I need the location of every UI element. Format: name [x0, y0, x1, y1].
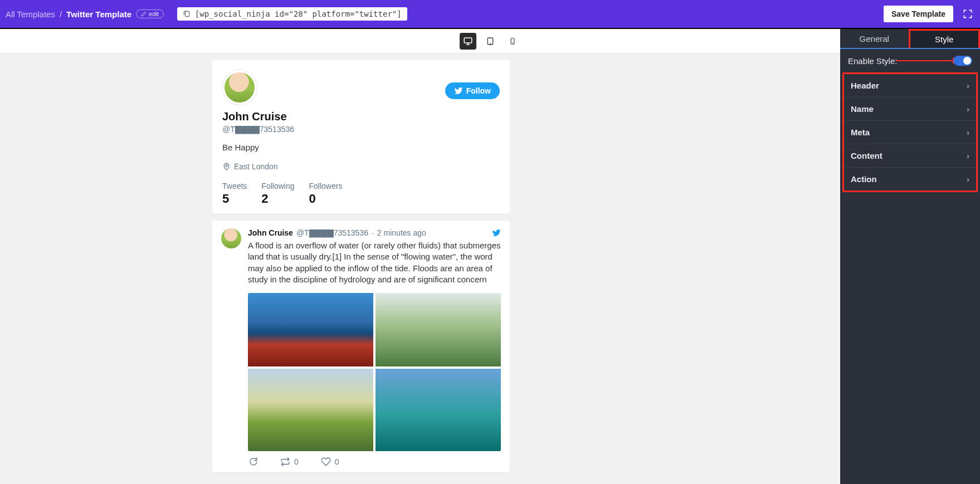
svg-point-6: [226, 165, 227, 167]
tweet-author-name: John Cruise: [248, 228, 293, 237]
svg-point-5: [512, 43, 513, 43]
enable-style-toggle[interactable]: [953, 56, 972, 66]
section-meta[interactable]: Meta ›: [844, 121, 976, 144]
profile-bio: Be Happy: [222, 143, 500, 152]
chevron-right-icon: ›: [967, 104, 969, 114]
location-icon: [222, 163, 231, 171]
section-name[interactable]: Name ›: [844, 97, 976, 121]
retweet-button[interactable]: 0: [280, 457, 299, 467]
stat-following: Following 2: [261, 182, 294, 206]
device-desktop-button[interactable]: [460, 33, 476, 50]
stat-tweets-value: 5: [222, 192, 247, 206]
section-content[interactable]: Content ›: [844, 144, 976, 168]
stat-following-label: Following: [261, 182, 294, 190]
tweet-author-handle: @T▇▇▇▇73513536: [296, 228, 368, 237]
fullscreen-button[interactable]: [961, 7, 974, 21]
breadcrumb-current: Twitter Template: [66, 9, 131, 19]
section-label: Action: [851, 174, 877, 184]
pencil-icon: [141, 11, 147, 17]
section-label: Content: [851, 151, 883, 160]
chevron-right-icon: ›: [967, 81, 969, 90]
enable-style-label: Enable Style:: [848, 56, 897, 66]
stat-following-value: 2: [261, 192, 294, 206]
stat-followers: Followers 0: [309, 182, 343, 206]
shortcode-text: [wp_social_ninja id="28" platform="twitt…: [195, 9, 402, 18]
twitter-icon: [492, 228, 501, 237]
tab-style[interactable]: Style: [909, 29, 981, 48]
tab-general[interactable]: General: [840, 29, 909, 48]
svg-rect-1: [464, 38, 472, 43]
edit-label: edit: [149, 11, 159, 17]
twitter-icon: [454, 86, 463, 95]
chevron-right-icon: ›: [967, 128, 969, 137]
stat-followers-label: Followers: [309, 182, 343, 190]
reply-icon: [248, 457, 258, 467]
profile-location-text: East London: [234, 162, 278, 171]
preview-canvas: Follow John Cruise @T▇▇▇▇73513536 Be Hap…: [0, 53, 980, 484]
tweet-media-grid: [248, 293, 501, 451]
tweet-actions: 0 0: [248, 457, 501, 467]
tweet-avatar: [221, 228, 241, 248]
section-label: Meta: [851, 128, 870, 137]
heart-icon: [321, 457, 331, 467]
retweet-icon: [280, 457, 290, 467]
chevron-right-icon: ›: [967, 174, 969, 184]
device-mobile-button[interactable]: [504, 33, 521, 50]
tweet-text: A flood is an overflow of water (or rare…: [248, 240, 501, 285]
like-button[interactable]: 0: [321, 457, 339, 467]
breadcrumb-separator: /: [60, 9, 62, 19]
shortcode-field[interactable]: [wp_social_ninja id="28" platform="twitt…: [177, 7, 407, 21]
sidebar-tabs: General Style: [840, 29, 980, 49]
annotation-arrow: [896, 60, 956, 61]
chevron-right-icon: ›: [967, 151, 969, 160]
tweet-media-3[interactable]: [248, 369, 373, 451]
breadcrumb-root[interactable]: All Templates: [6, 9, 55, 19]
section-label: Header: [851, 81, 879, 90]
section-action[interactable]: Action ›: [844, 168, 976, 190]
svg-rect-0: [185, 11, 189, 16]
dot-separator: ·: [372, 228, 374, 237]
tweet-card: John Cruise @T▇▇▇▇73513536 · 2 minutes a…: [212, 221, 510, 472]
topbar: All Templates / Twitter Template edit [w…: [0, 0, 980, 29]
section-label: Name: [851, 104, 874, 114]
profile-location: East London: [222, 162, 500, 171]
section-header[interactable]: Header ›: [844, 74, 976, 97]
like-count: 0: [335, 457, 339, 466]
reply-button[interactable]: [248, 457, 258, 467]
svg-point-3: [490, 43, 490, 43]
tweet-media-1[interactable]: [248, 293, 373, 366]
settings-sidebar: General Style Enable Style: Header › Nam…: [840, 29, 980, 484]
tablet-icon: [486, 37, 495, 46]
follow-button[interactable]: Follow: [445, 82, 500, 99]
stat-tweets-label: Tweets: [222, 182, 247, 190]
tweet-media-2[interactable]: [376, 293, 501, 366]
style-sections: Header › Name › Meta › Content › Action …: [842, 72, 978, 192]
profile-name: John Cruise: [222, 110, 500, 123]
tweet-media-4[interactable]: [376, 369, 501, 451]
clipboard-icon: [183, 10, 191, 18]
profile-card: Follow John Cruise @T▇▇▇▇73513536 Be Hap…: [212, 60, 510, 214]
fullscreen-icon: [962, 8, 973, 19]
stat-tweets: Tweets 5: [222, 182, 247, 206]
profile-avatar: [222, 70, 257, 105]
device-bar: [0, 29, 980, 53]
desktop-icon: [463, 36, 473, 46]
follow-label: Follow: [466, 86, 491, 95]
edit-template-button[interactable]: edit: [136, 9, 164, 18]
enable-style-row: Enable Style:: [840, 49, 980, 70]
save-template-button[interactable]: Save Template: [884, 6, 953, 22]
profile-stats: Tweets 5 Following 2 Followers 0: [222, 181, 500, 206]
device-tablet-button[interactable]: [482, 33, 499, 50]
profile-handle: @T▇▇▇▇73513536: [222, 125, 500, 134]
mobile-icon: [509, 37, 516, 45]
tweet-header: John Cruise @T▇▇▇▇73513536 · 2 minutes a…: [248, 228, 501, 237]
twitter-brand-icon: [492, 228, 501, 237]
tweet-time: 2 minutes ago: [377, 228, 426, 237]
stat-followers-value: 0: [309, 192, 343, 206]
retweet-count: 0: [294, 457, 299, 466]
